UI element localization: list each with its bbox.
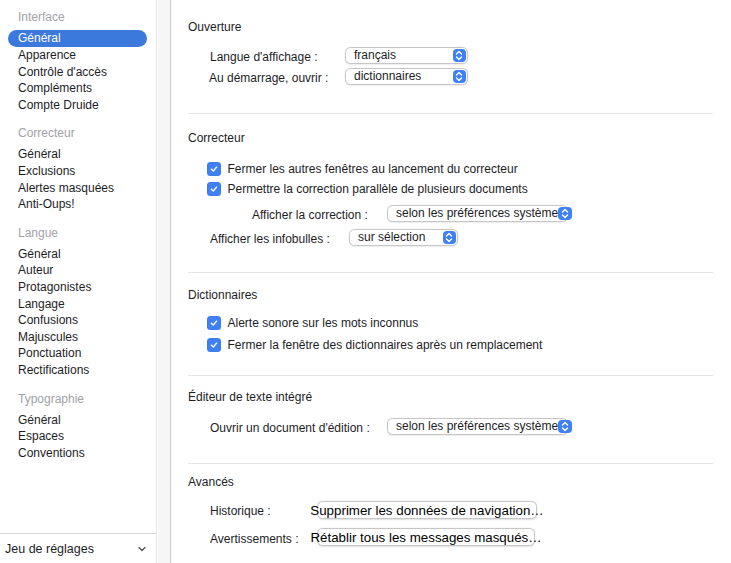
sidebar-item-general-langue[interactable]: Général [0, 246, 156, 263]
sidebar-item-general-interface[interactable]: Général [8, 30, 147, 47]
checkbox-checked-icon [207, 338, 221, 352]
sidebar-item-controle-acces[interactable]: Contrôle d'accès [0, 64, 156, 81]
sidebar-item-espaces[interactable]: Espaces [0, 428, 156, 445]
sidebar-item-protagonistes[interactable]: Protagonistes [0, 279, 156, 296]
checkbox-checked-icon [207, 316, 221, 330]
sidebar-item-majuscules[interactable]: Majuscules [0, 329, 156, 346]
open-edit-document-popup[interactable]: selon les préférences système [387, 418, 568, 435]
sidebar-item-confusions[interactable]: Confusions [0, 312, 156, 329]
popup-stepper-icon [453, 49, 467, 63]
show-tooltips-label: Afficher les infobulles : [210, 232, 330, 246]
sidebar-item-langage[interactable]: Langage [0, 296, 156, 313]
sidebar-group-header: Langue [0, 227, 156, 240]
sidebar-item-complements[interactable]: Compléments [0, 80, 156, 97]
sidebar-list: Interface Général Apparence Contrôle d'a… [0, 11, 156, 475]
general-preferences-pane: Ouverture Langue d'affichage : français … [171, 0, 731, 563]
popup-stepper-icon [443, 231, 457, 245]
sidebar-item-alertes-masquees[interactable]: Alertes masquées [0, 180, 156, 197]
sidebar-item-general-typographie[interactable]: Général [0, 412, 156, 429]
section-title-avances: Avancés [188, 475, 234, 489]
section-divider [188, 463, 713, 464]
parallel-correction-checkbox[interactable]: Permettre la correction parallèle de plu… [207, 181, 528, 197]
section-title-correcteur: Correcteur [188, 131, 245, 145]
sidebar-group-header: Correcteur [0, 127, 156, 140]
sidebar-item-compte-druide[interactable]: Compte Druide [0, 97, 156, 114]
checkbox-label: Fermer les autres fenêtres au lancement … [228, 162, 518, 176]
close-other-windows-checkbox[interactable]: Fermer les autres fenêtres au lancement … [207, 161, 518, 177]
warnings-label: Avertissements : [210, 532, 298, 546]
restore-hidden-messages-button[interactable]: Rétablir tous les messages masqués… [317, 528, 535, 546]
sidebar-item-exclusions[interactable]: Exclusions [0, 163, 156, 180]
popup-stepper-icon [558, 420, 572, 434]
sidebar-group-header: Typographie [0, 393, 156, 406]
sidebar-item-general-correcteur[interactable]: Général [0, 146, 156, 163]
show-correction-label: Afficher la correction : [252, 208, 368, 222]
popup-value: sur sélection [358, 230, 425, 245]
pane-splitter[interactable] [158, 0, 171, 563]
sidebar-group-typographie: Typographie Général Espaces Conventions [0, 393, 156, 462]
sidebar-group-correcteur: Correcteur Général Exclusions Alertes ma… [0, 127, 156, 212]
show-correction-popup[interactable]: selon les préférences système [387, 205, 568, 222]
chevron-down-icon [137, 544, 147, 554]
sidebar-item-rectifications[interactable]: Rectifications [0, 362, 156, 379]
popup-value: selon les préférences système [396, 419, 558, 434]
open-edit-document-label: Ouvrir un document d'édition : [210, 421, 370, 435]
sidebar-group-interface: Interface Général Apparence Contrôle d'a… [0, 11, 156, 113]
checkbox-checked-icon [207, 182, 221, 196]
preset-selector-label: Jeu de réglages [5, 542, 94, 556]
preset-selector[interactable]: Jeu de réglages [0, 534, 157, 563]
close-dictionary-window-checkbox[interactable]: Fermer la fenêtre des dictionnaires aprè… [207, 337, 542, 353]
sidebar-item-anti-oups[interactable]: Anti-Oups! [0, 196, 156, 213]
section-title-dictionnaires: Dictionnaires [188, 288, 257, 302]
section-divider [188, 113, 713, 114]
history-label: Historique : [210, 504, 271, 518]
sidebar-group-header: Interface [0, 11, 156, 24]
checkbox-checked-icon [207, 162, 221, 176]
popup-value: français [354, 48, 396, 63]
popup-stepper-icon [558, 207, 572, 221]
checkbox-label: Alerte sonore sur les mots inconnus [228, 316, 419, 330]
sidebar-item-conventions[interactable]: Conventions [0, 445, 156, 462]
sidebar-item-apparence[interactable]: Apparence [0, 47, 156, 64]
section-divider [188, 375, 713, 376]
open-at-startup-popup[interactable]: dictionnaires [345, 68, 468, 85]
preferences-sidebar: Interface Général Apparence Contrôle d'a… [0, 0, 157, 563]
checkbox-label: Permettre la correction parallèle de plu… [228, 182, 528, 196]
display-language-label: Langue d'affichage : [210, 50, 318, 64]
sound-alert-checkbox[interactable]: Alerte sonore sur les mots inconnus [207, 315, 418, 331]
display-language-popup[interactable]: français [345, 47, 468, 64]
sidebar-item-ponctuation[interactable]: Ponctuation [0, 345, 156, 362]
checkbox-label: Fermer la fenêtre des dictionnaires aprè… [228, 338, 543, 352]
popup-value: dictionnaires [354, 69, 421, 84]
popup-value: selon les préférences système [396, 206, 558, 221]
sidebar-group-langue: Langue Général Auteur Protagonistes Lang… [0, 227, 156, 379]
show-tooltips-popup[interactable]: sur sélection [349, 229, 458, 246]
popup-stepper-icon [453, 70, 467, 84]
section-divider [188, 272, 713, 273]
open-at-startup-label: Au démarrage, ouvrir : [209, 71, 328, 85]
sidebar-item-auteur[interactable]: Auteur [0, 262, 156, 279]
clear-browsing-data-button[interactable]: Supprimer les données de navigation… [317, 501, 537, 519]
section-title-editeur: Éditeur de texte intégré [188, 390, 312, 404]
section-title-ouverture: Ouverture [188, 20, 241, 34]
